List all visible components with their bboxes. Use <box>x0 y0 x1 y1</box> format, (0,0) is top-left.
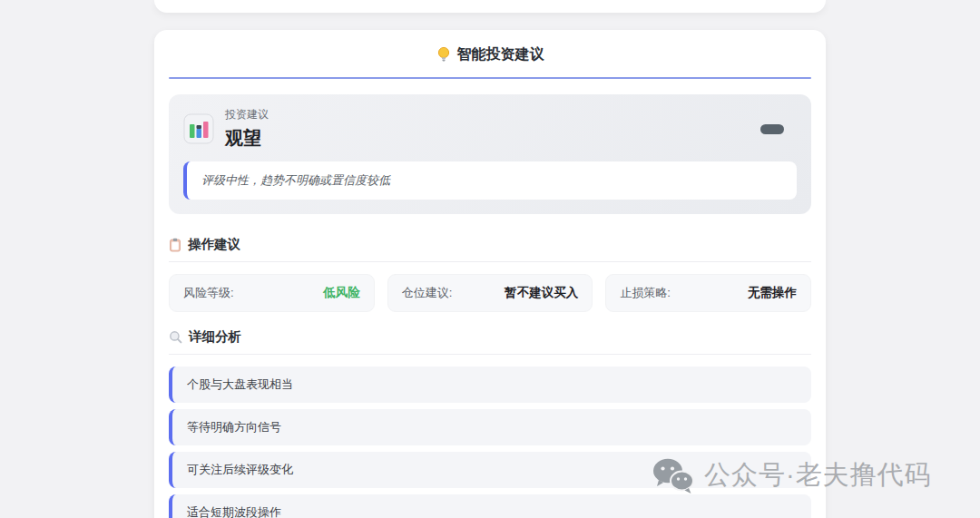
section-analysis-title: 详细分析 <box>189 328 241 346</box>
analysis-item: 个股与大盘表现相当 <box>169 367 811 403</box>
operation-metrics-row: 风险等级: 低风险 仓位建议: 暂不建议买入 止损策略: 无需操作 <box>169 274 811 312</box>
metric-label: 仓位建议: <box>402 285 453 301</box>
previous-card-bottom <box>154 0 826 13</box>
wechat-icon <box>652 456 695 494</box>
page-title-text: 智能投资建议 <box>457 45 544 64</box>
metric-risk-level: 风险等级: 低风险 <box>169 274 375 312</box>
clipboard-icon <box>169 238 181 252</box>
advice-summary-box: 投资建议 观望 评级中性，趋势不明确或置信度较低 <box>169 94 811 214</box>
section-operation-heading: 操作建议 <box>169 236 811 262</box>
metric-value: 暂不建议买入 <box>505 285 578 301</box>
metric-value: 无需操作 <box>748 285 797 301</box>
magnifier-icon <box>169 330 182 344</box>
advice-texts: 投资建议 观望 <box>225 107 760 151</box>
metric-label: 止损策略: <box>620 285 671 301</box>
advice-header: 投资建议 观望 <box>183 107 797 151</box>
bar-chart-icon <box>183 113 214 144</box>
analysis-item: 等待明确方向信号 <box>169 409 811 445</box>
metric-stop-loss: 止损策略: 无需操作 <box>605 274 811 312</box>
page-title: 智能投资建议 <box>169 43 811 66</box>
lightbulb-icon <box>436 46 451 63</box>
title-underline <box>169 77 811 79</box>
metric-value: 低风险 <box>323 285 360 301</box>
advice-reason-quote: 评级中性，趋势不明确或置信度较低 <box>183 161 797 200</box>
watermark: 公众号·老夫撸代码 <box>652 456 932 494</box>
advice-label: 投资建议 <box>225 107 760 122</box>
investment-advice-card: 智能投资建议 投资建议 观望 评级中性，趋势不明确或置信度较低 <box>154 30 826 518</box>
metric-label: 风险等级: <box>183 285 234 301</box>
neutral-dash-icon <box>760 124 784 134</box>
section-operation-title: 操作建议 <box>188 236 240 253</box>
advice-rating: 观望 <box>225 126 760 151</box>
analysis-item: 适合短期波段操作 <box>169 494 811 518</box>
metric-position-advice: 仓位建议: 暂不建议买入 <box>387 274 593 312</box>
section-analysis-heading: 详细分析 <box>169 328 811 355</box>
watermark-text: 公众号·老夫撸代码 <box>704 457 932 494</box>
analysis-list: 个股与大盘表现相当 等待明确方向信号 可关注后续评级变化 适合短期波段操作 <box>169 367 811 518</box>
